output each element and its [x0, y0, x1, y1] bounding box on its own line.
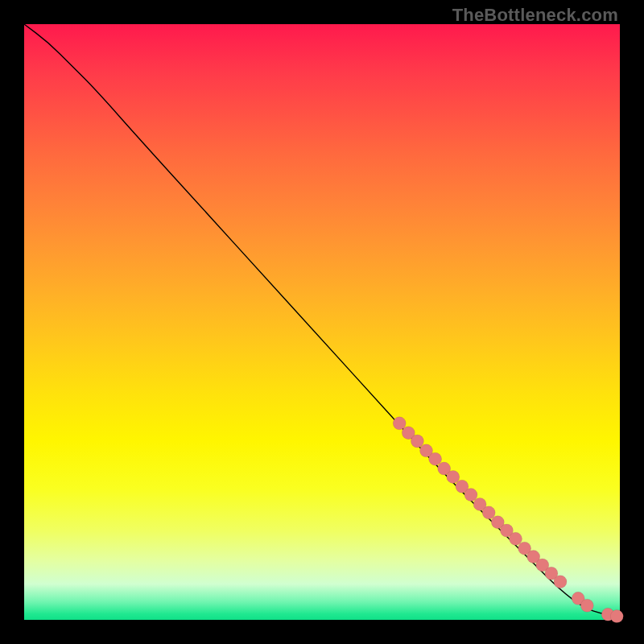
data-point: [554, 576, 567, 588]
data-point: [393, 417, 406, 430]
data-point: [429, 452, 442, 465]
data-point: [610, 610, 623, 623]
watermark-text: TheBottleneck.com: [452, 5, 618, 26]
data-point: [411, 435, 423, 448]
plot-area: [24, 24, 620, 620]
data-point: [447, 470, 460, 483]
chart-frame: TheBottleneck.com: [0, 0, 644, 644]
bottleneck-curve: [24, 24, 620, 617]
chart-svg: [24, 24, 620, 620]
data-point: [482, 506, 495, 519]
marker-group: [393, 417, 623, 623]
data-point: [510, 532, 522, 545]
data-point: [580, 599, 593, 612]
data-point: [464, 489, 477, 502]
